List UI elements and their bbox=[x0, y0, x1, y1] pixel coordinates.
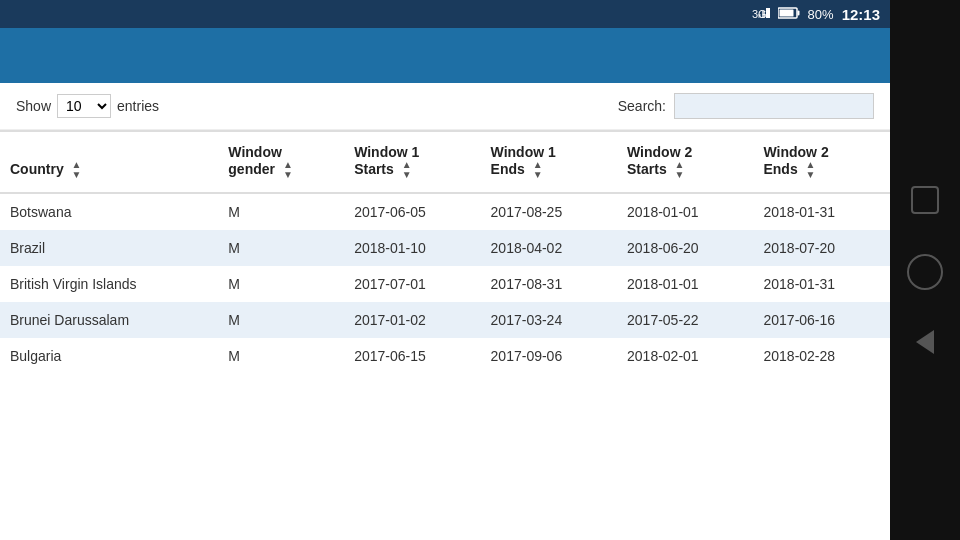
sort-icon-w2e: ▲▼ bbox=[806, 160, 816, 180]
cell-window_gender: M bbox=[218, 338, 344, 374]
cell-country: Bulgaria bbox=[0, 338, 218, 374]
table-row: BulgariaM2017-06-152017-09-062018-02-012… bbox=[0, 338, 890, 374]
cell-country: Botswana bbox=[0, 193, 218, 230]
main-content: 3G 80% 12:13 Show 10 25 50 100 bbox=[0, 0, 890, 540]
table-row: British Virgin IslandsM2017-07-012017-08… bbox=[0, 266, 890, 302]
sort-icon-w1e: ▲▼ bbox=[533, 160, 543, 180]
table-row: BotswanaM2017-06-052017-08-252018-01-012… bbox=[0, 193, 890, 230]
cell-window1_starts: 2017-06-05 bbox=[344, 193, 480, 230]
svg-marker-3 bbox=[758, 14, 761, 18]
cell-window2_ends: 2018-01-31 bbox=[753, 193, 890, 230]
battery-icon bbox=[778, 7, 800, 22]
table-row: Brunei DarussalamM2017-01-022017-03-2420… bbox=[0, 302, 890, 338]
cell-window1_ends: 2017-08-31 bbox=[481, 266, 617, 302]
status-bar: 3G 80% 12:13 bbox=[0, 0, 890, 28]
sort-icon-w1s: ▲▼ bbox=[402, 160, 412, 180]
table-header-row: Country ▲▼ Windowgender ▲▼ Window 1Start… bbox=[0, 131, 890, 193]
header-banner bbox=[0, 28, 890, 83]
phone-back-button[interactable] bbox=[916, 330, 934, 354]
cell-window1_ends: 2017-03-24 bbox=[481, 302, 617, 338]
cell-window2_starts: 2017-05-22 bbox=[617, 302, 753, 338]
svg-rect-5 bbox=[797, 10, 799, 15]
controls-bar: Show 10 25 50 100 entries Search: bbox=[0, 83, 890, 130]
cell-window2_ends: 2018-07-20 bbox=[753, 230, 890, 266]
battery-percent: 80% bbox=[808, 7, 834, 22]
sort-icon-gender: ▲▼ bbox=[283, 160, 293, 180]
cell-window1_starts: 2017-07-01 bbox=[344, 266, 480, 302]
cell-window1_starts: 2017-06-15 bbox=[344, 338, 480, 374]
cell-window1_starts: 2018-01-10 bbox=[344, 230, 480, 266]
search-area: Search: bbox=[618, 93, 874, 119]
cell-window_gender: M bbox=[218, 302, 344, 338]
cell-window2_starts: 2018-01-01 bbox=[617, 193, 753, 230]
svg-rect-6 bbox=[779, 9, 793, 16]
sort-icon-country: ▲▼ bbox=[72, 160, 82, 180]
table-container: Country ▲▼ Windowgender ▲▼ Window 1Start… bbox=[0, 130, 890, 540]
cell-window2_ends: 2018-01-31 bbox=[753, 266, 890, 302]
cell-window2_starts: 2018-01-01 bbox=[617, 266, 753, 302]
cell-country: Brazil bbox=[0, 230, 218, 266]
data-table: Country ▲▼ Windowgender ▲▼ Window 1Start… bbox=[0, 130, 890, 374]
col-header-window1-starts[interactable]: Window 1Starts ▲▼ bbox=[344, 131, 480, 193]
search-input[interactable] bbox=[674, 93, 874, 119]
cell-window_gender: M bbox=[218, 193, 344, 230]
svg-marker-1 bbox=[766, 8, 770, 18]
svg-marker-2 bbox=[762, 11, 765, 18]
cell-window1_ends: 2018-04-02 bbox=[481, 230, 617, 266]
cell-window1_starts: 2017-01-02 bbox=[344, 302, 480, 338]
table-row: BrazilM2018-01-102018-04-022018-06-20201… bbox=[0, 230, 890, 266]
col-header-window2-starts[interactable]: Window 2Starts ▲▼ bbox=[617, 131, 753, 193]
cell-window_gender: M bbox=[218, 230, 344, 266]
phone-sidebar bbox=[890, 0, 960, 540]
time-display: 12:13 bbox=[842, 6, 880, 23]
col-header-window2-ends[interactable]: Window 2Ends ▲▼ bbox=[753, 131, 890, 193]
cell-window_gender: M bbox=[218, 266, 344, 302]
show-label: Show bbox=[16, 98, 51, 114]
signal-indicator: 3G bbox=[752, 6, 770, 23]
sort-icon-w2s: ▲▼ bbox=[675, 160, 685, 180]
entries-label: entries bbox=[117, 98, 159, 114]
cell-window2_starts: 2018-02-01 bbox=[617, 338, 753, 374]
entries-select[interactable]: 10 25 50 100 bbox=[57, 94, 111, 118]
search-label: Search: bbox=[618, 98, 666, 114]
cell-country: Brunei Darussalam bbox=[0, 302, 218, 338]
cell-window2_starts: 2018-06-20 bbox=[617, 230, 753, 266]
cell-window1_ends: 2017-08-25 bbox=[481, 193, 617, 230]
col-header-window1-ends[interactable]: Window 1Ends ▲▼ bbox=[481, 131, 617, 193]
phone-square-button[interactable] bbox=[911, 186, 939, 214]
cell-window1_ends: 2017-09-06 bbox=[481, 338, 617, 374]
col-header-country[interactable]: Country ▲▼ bbox=[0, 131, 218, 193]
cell-window2_ends: 2017-06-16 bbox=[753, 302, 890, 338]
show-entries-control: Show 10 25 50 100 entries bbox=[16, 94, 159, 118]
col-header-window-gender[interactable]: Windowgender ▲▼ bbox=[218, 131, 344, 193]
cell-window2_ends: 2018-02-28 bbox=[753, 338, 890, 374]
phone-circle-button[interactable] bbox=[907, 254, 943, 290]
cell-country: British Virgin Islands bbox=[0, 266, 218, 302]
